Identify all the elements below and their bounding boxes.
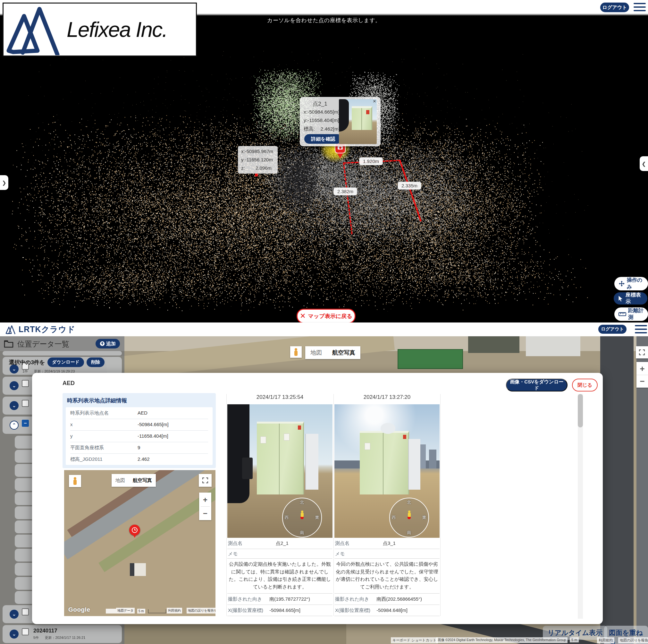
app-logo-icon [5,325,16,335]
group-checkbox[interactable] [22,608,29,615]
pegman-icon [73,477,77,485]
logout-button-2[interactable]: ログアウト [598,325,627,334]
panel-expand-left-tab[interactable]: ❯ [0,175,8,190]
minimap-terms-link[interactable]: 利用規約 [167,608,182,613]
minimap-type-aerial[interactable]: 航空写真 [129,475,156,486]
site-photo[interactable]: 北東 南西 [334,404,440,538]
pegman-control[interactable] [290,346,302,358]
popup-close-icon[interactable]: × [373,98,376,105]
viewer-caption: カーソルを合わせた点の座標を表示します。 [267,17,381,24]
minimap-pegman-control[interactable] [69,475,81,487]
compass-figure-icon [300,510,304,517]
delete-selected-button[interactable]: 削除 [87,357,105,367]
ruler-icon [618,311,626,317]
measurement-label-right: 2.335m [397,182,421,190]
mountain-logo-icon [4,4,63,55]
mode-distance-button[interactable]: 距離計測 [614,307,648,321]
sidebar-item-partial[interactable] [3,351,122,355]
site-photo[interactable]: 北東 南西 [227,404,332,538]
mode-move-button[interactable]: 操作のみ [614,277,648,290]
zoom-in-icon[interactable]: + [637,362,648,375]
map-type-control[interactable]: 地図 航空写真 [305,346,361,359]
info-row: y-11658.404[m] [70,430,208,442]
group-checkbox[interactable] [22,380,29,387]
selection-action-bar: 選択中の3件を ダウンロード 削除 [9,357,105,367]
zoom-out-icon[interactable]: − [637,375,648,387]
map-terms-link[interactable]: 利用規約 [597,637,614,643]
point-popup-title: 点2_1 [300,100,340,107]
group-meta: 5件 更新：2024/1/17 11:26:21 [33,635,85,640]
timeseries-marker-icon[interactable] [129,525,140,536]
chevron-down-circle-icon[interactable]: ⌄ [10,610,18,618]
memo-label: メモ [334,549,440,559]
fullscreen-control[interactable] [636,346,648,358]
minimap-scale-label: 5 m [137,609,145,613]
pointcloud-viewer[interactable]: カーソルを合わせた点の座標を表示します。 Lefixea Inc. ログアウト … [0,0,648,323]
detail-confirm-button[interactable]: 詳細を確認 [304,134,342,144]
modal-scrollbar-track[interactable] [578,394,583,618]
map-road-vertical [600,336,634,644]
hamburger-menu-icon[interactable] [634,3,646,11]
location-minimap[interactable]: 地図 航空写真 + − Google 地図データ 5 m 利用規約 地図の誤りを… [64,470,215,616]
mode-coords-label: 座標表示 [626,292,643,305]
add-data-button[interactable]: 追加 [96,339,120,348]
info-table: 時系列表示地点名AED x-50984.665[m] y-11658.404[m… [66,407,213,465]
minimap-shed [130,563,146,576]
zoom-in-icon[interactable]: + [199,493,211,506]
point-popup-x: x:-50984.665[m] [304,109,339,115]
chevron-up-circle-icon[interactable]: ⌃ [10,421,18,430]
app-brand: LRTKクラウド [5,324,75,335]
zoom-out-icon[interactable]: − [199,507,211,520]
mode-coords-button[interactable]: 座標表示 [613,292,648,305]
minimap-type-control[interactable]: 地図 航空写真 [112,474,156,487]
modal-scrollbar-thumb[interactable] [578,394,583,428]
point-popup: 点2_1 x:-50984.665[m] y:-11658.404[m] 標高:… [300,97,381,146]
keyboard-icon[interactable] [106,609,116,613]
minimap-report-link[interactable]: 地図の誤りを報告する [186,608,215,613]
detail-modal: AED 画像・CSVをダウンロード 閉じる 時系列表示地点詳細情報 時系列表示地… [32,373,603,624]
memo-text: 公共設備の定期点検を実施いたしました。外観に関しては、特に異常は確認されませんで… [227,559,332,594]
cursor-icon [618,295,624,302]
group-checkbox[interactable] [22,400,29,407]
company-logo-text: Lefixea Inc. [67,17,167,42]
point-popup-thumbnail[interactable] [339,99,377,144]
hover-point-dot [255,174,258,177]
map-shortcuts-label[interactable]: キーボード ショートカット [391,637,438,643]
move-icon [618,281,625,287]
point-name-row: 測点名点2_1 [227,538,332,549]
map-zoom-control[interactable]: +− [637,362,648,388]
download-selected-button[interactable]: ダウンロード [47,357,84,367]
photo-card: 2024/1/17 13:25:54 北東 南西 測点名点2_1 [226,394,332,616]
modal-title: AED [62,380,75,387]
logout-button[interactable]: ログアウト [600,3,629,12]
info-row: 時系列表示地点名AED [70,407,208,419]
mode-distance-label: 距離計測 [628,307,644,321]
minimap-zoom-control[interactable]: + − [199,493,211,520]
app-name: LRTKクラウド [18,324,75,335]
back-to-map-button[interactable]: ✕ マップ表示に戻る [296,309,356,324]
minimap-data-label[interactable]: 地図データ [116,608,135,613]
pointcloud-canvas[interactable] [0,13,648,323]
pegman-icon [294,348,298,356]
selection-count-label: 選択中の3件を [9,359,45,366]
chevron-down-circle-icon[interactable]: ⌄ [10,630,18,639]
group-checkbox-indeterminate[interactable]: − [22,420,29,427]
skyline-tower [429,450,436,468]
map-type-aerial[interactable]: 航空写真 [327,346,361,359]
sidebar-group[interactable]: ⌄ 20240117 5件 更新：2024/1/17 11:26:21 [3,625,122,643]
green-shed [257,422,304,494]
panel-expand-right-tab[interactable]: ❮ [640,156,648,171]
minimap-type-map[interactable]: 地図 [112,475,129,486]
chevron-down-circle-icon[interactable]: ⌄ [10,381,18,390]
xpos-row: X(撮影位置座標)-50984.665[m] [227,605,332,616]
download-image-csv-button[interactable]: 画像・CSVをダウンロード [506,379,568,392]
hamburger-menu-icon-2[interactable] [635,325,647,333]
chevron-down-circle-icon[interactable]: ⌄ [10,401,18,410]
person-figure [227,404,250,503]
map-report-link[interactable]: 地図の誤りを報告する [618,637,648,643]
measurement-label-left: 2.382m [333,187,357,195]
map-type-map[interactable]: 地図 [305,346,327,359]
group-checkbox[interactable] [22,628,29,635]
modal-close-button[interactable]: 閉じる [572,379,598,392]
minimap-fullscreen-control[interactable] [199,474,212,487]
